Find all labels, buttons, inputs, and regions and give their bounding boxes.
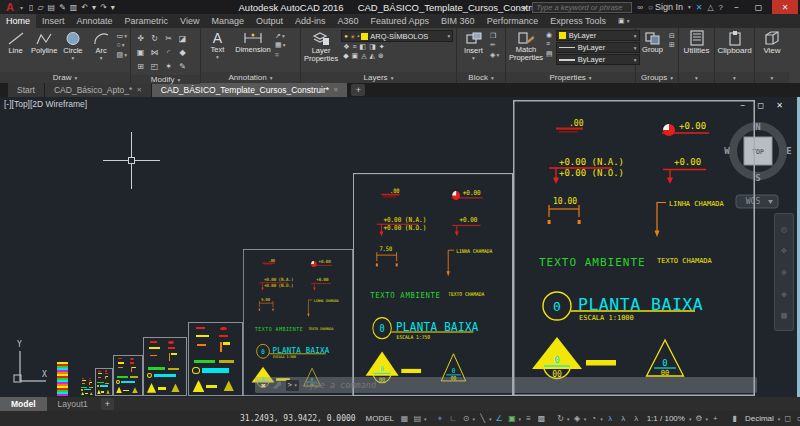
model-space-button[interactable]: MODEL [363,414,397,423]
annoscale-caret-icon[interactable]: ▾ [689,416,692,422]
gizmo-icon[interactable]: ◈ [572,414,583,423]
leader-line-sample[interactable]: LINHA CHAMADA [447,248,493,277]
template-frame-1-1000[interactable]: .00 +0.00 +0.00 (N.A.) +0.00 (N.O.) +0.0… [513,100,755,396]
command-input[interactable] [304,380,751,390]
close-tab-icon[interactable]: ✕ [333,86,338,94]
spot-elevation-right[interactable]: +0.00 [452,188,483,200]
ribbon-tab-featured-apps[interactable]: Featured Apps [365,14,436,28]
annotation-visibility-icon[interactable]: λ [605,414,616,423]
pan-icon[interactable]: ✜ [781,245,786,255]
sign-in-button[interactable]: ○Sign In [648,2,683,12]
leader-button[interactable]: ↗▾ [275,32,285,40]
group-edit-button[interactable]: ⊞ [669,41,675,49]
ribbon-display-toggle[interactable]: ▣▾ [612,14,635,28]
logo-caret-icon[interactable]: ▾ [20,4,23,11]
plot-icon[interactable]: ▥ [70,3,78,12]
template-frame-svg[interactable]: .00 +0.00 +0.00 (N.A.) +0.00 (N.O.) +0.0… [243,249,353,396]
ambient-text[interactable]: TEXTO AMBIENTE [255,326,303,332]
table-button[interactable]: ▦▾ [275,41,285,49]
object-snap-icon[interactable]: ▣ [507,414,518,423]
level-marker-right[interactable]: +0.00 [663,157,706,184]
gizmo-caret-icon[interactable]: ▾ [584,416,587,422]
layer-tool-icon[interactable]: ◨ [369,43,376,51]
arc-button[interactable]: Arc ▾ [88,30,113,61]
ribbon-tab-manage[interactable]: Manage [205,14,250,28]
a360-icon[interactable]: △ [707,3,713,12]
compass-north[interactable]: N [755,122,760,132]
text-button[interactable]: A Text ▾ [204,30,231,60]
ortho-icon[interactable]: ∟ [448,414,459,423]
leader-line-sample[interactable]: LINHA CHAMADA [655,200,725,237]
layer-tool-icon[interactable]: ◬ [361,52,366,60]
selcycle-caret-icon[interactable]: ▾ [567,416,570,422]
panel-label-modify[interactable]: Modify▾ [131,75,200,84]
ribbon-tab-annotate[interactable]: Annotate [71,14,119,28]
panel-label-layers[interactable]: Layers▾ [301,72,456,83]
ribbon-tab-bim360[interactable]: BIM 360 [435,14,481,28]
drawing-canvas[interactable]: [-][Top][2D Wireframe] − ◻ ✕ N W E S TOP… [0,97,800,397]
steering-wheel-icon[interactable]: ◎ [781,224,786,234]
restore-button[interactable]: ▢ [750,0,767,14]
ribbon-tab-output[interactable]: Output [250,14,289,28]
minimize-button[interactable]: − [728,0,745,14]
compass-east[interactable]: E [786,146,791,156]
template-frame-mini[interactable] [113,355,143,396]
copy-icon[interactable]: ▣ [134,46,147,59]
scale-icon[interactable]: ◰ [148,60,161,73]
rotate-icon[interactable]: ↻ [148,32,161,45]
line-button[interactable]: Line [3,30,28,55]
drawing-title-callout[interactable]: 0 PLANTA BAIXA ESCALA 1:500 [257,344,330,359]
plus-icon[interactable]: + [710,414,721,423]
autocad-logo-icon[interactable]: A [0,0,20,14]
isodraft-caret-icon[interactable]: ▾ [489,416,492,422]
search-binoculars-icon[interactable]: ∞ [637,3,643,12]
snap-caret-icon[interactable]: ▾ [424,416,427,422]
section-marker-outline[interactable]: 0 00 [647,340,684,377]
saveas-icon[interactable]: ✎ [59,3,66,12]
level-marker-na-no[interactable]: +0.00 (N.A.) +0.00 (N.O.) [377,216,426,237]
annotation-scale-value[interactable]: 1:1 / 100% [644,414,688,423]
lineweight-icon[interactable]: ≡ [523,414,534,423]
match-properties-button[interactable]: Match Properties [509,30,543,63]
redo-icon[interactable]: ↷ [100,3,107,12]
close-tab-icon[interactable]: ✕ [136,86,141,94]
trim-icon[interactable]: ✂ [162,32,175,45]
explode-icon[interactable]: ◆ [176,46,189,59]
snap-icon[interactable]: ▤ [412,414,423,423]
exchange-apps-icon[interactable]: ✕ [696,3,703,12]
layer-properties-button[interactable]: Layer Properties [304,30,338,64]
template-frame-tiny[interactable] [57,362,68,396]
layer-dropdown[interactable]: ● ☀ ▪ ARQ-SÍMBOLOS ▾ [341,30,453,42]
insert-button[interactable]: Insert ▾ [460,30,487,61]
template-frame-1-750[interactable]: .00 +0.00 +0.00 (N.A.) +0.00 (N.O.) +0.0… [353,173,513,396]
hatch-button[interactable]: ▨▾ [117,51,127,59]
transparency-icon[interactable]: ▩ [536,414,547,423]
object-color-dropdown[interactable]: ByLayer ▾ [556,30,640,41]
layer-tool-icon[interactable]: ◧ [360,43,367,51]
new-icon[interactable]: ▯ [29,3,33,12]
osnap-caret-icon[interactable]: ▾ [519,416,522,422]
ungroup-button[interactable]: ⊟ [669,32,675,40]
layer-tool-icon[interactable]: ▣ [352,52,359,60]
edit-icon[interactable]: ✎ [176,60,189,73]
spot-elevation-left[interactable]: .00 [263,258,276,265]
ribbon-tab-express-tools[interactable]: Express Tools [544,14,612,28]
panel-utilities[interactable]: Utilities ▾ [679,28,715,83]
workspace-gear-icon[interactable]: ⚙ [693,414,704,423]
erase-icon[interactable]: ◪ [176,32,189,45]
array-icon[interactable]: ✶ [162,60,175,73]
ribbon-tab-home[interactable]: Home [0,14,36,28]
object-snap-tracking-icon[interactable]: ∠ [494,414,505,423]
dimension-sample[interactable]: 10.00 [548,197,581,224]
callout-text[interactable]: TEXTO CHAMADA [657,257,713,265]
file-tab-start[interactable]: Start [8,83,44,97]
zoom-icon[interactable]: ⊕ [781,267,786,277]
group-button[interactable]: Group [639,30,666,54]
drawing-title-callout[interactable]: 0 PLANTA BAIXA ESCALA 1:750 [373,318,479,340]
fillet-icon[interactable]: ◜ [162,46,175,59]
dimension-sample[interactable]: 5.00 [259,296,274,310]
ucs-icon[interactable]: Y X [6,339,52,395]
level-marker-na-no[interactable]: +0.00 (N.A.) +0.00 (N.O.) [549,157,624,184]
close-button[interactable]: ✕ [772,0,798,14]
leader-line-sample[interactable]: LINHA CHAMADA [307,299,338,318]
